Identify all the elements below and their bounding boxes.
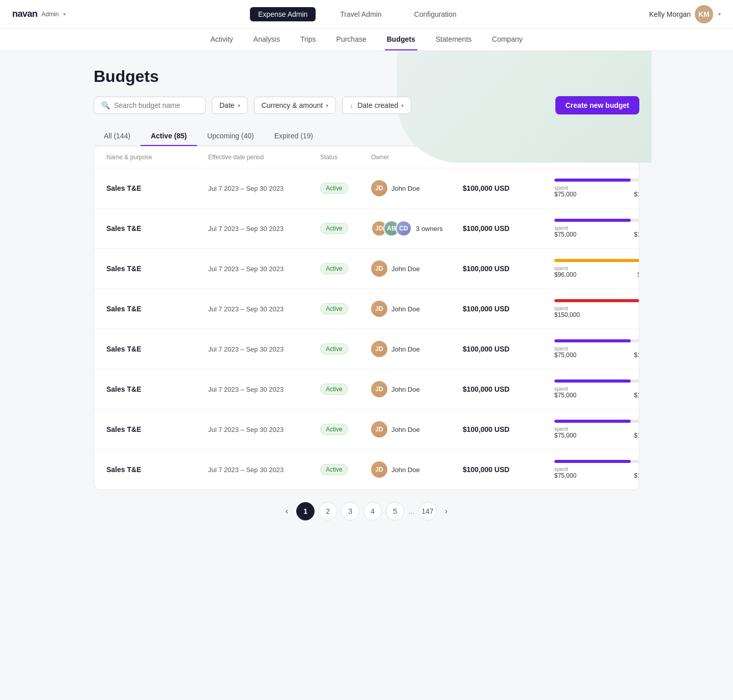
status-badge: Active [320,424,348,435]
search-input[interactable] [114,101,195,109]
progress-bar-fill [554,259,639,262]
chevron-down-icon: ▾ [238,103,240,108]
owner-name: John Doe [391,185,420,192]
spent-label: spent [554,466,576,472]
progress-bar-fill [554,420,631,423]
page-button-last[interactable]: 147 [418,502,437,520]
left-label: left [634,345,639,352]
status-cell: Active [320,223,371,234]
date-created-filter-button[interactable]: ↓ Date created ▾ [342,97,411,114]
progress-bar-bg [554,219,639,222]
avatar[interactable]: KM [695,5,713,23]
spent-label: spent [554,265,576,271]
progress-labels: spent $75,000 left $10,000 [554,345,639,359]
spent-value: $75,000 [554,352,576,359]
progress-labels: spent $75,000 left $10,000 [554,466,639,479]
admin-label: Admin [42,11,59,18]
nav-travel-admin[interactable]: Travel Admin [332,7,389,21]
sec-nav-purchase[interactable]: Purchase [334,29,369,50]
tab-all[interactable]: All (144) [94,127,140,146]
left-section: left $10,000 [634,345,639,359]
page-button-5[interactable]: 5 [386,502,404,520]
page-button-4[interactable]: 4 [363,502,382,520]
owner-avatars-stack: JD AB CD [371,220,412,237]
spent-section: spent $75,000 [554,426,576,439]
avatar: JD [371,381,387,397]
nav-configuration[interactable]: Configuration [406,7,465,21]
top-nav-center: Expense Admin Travel Admin Configuration [250,7,465,21]
progress-cell: spent $75,000 left $10,000 [554,339,639,359]
owner-cell: JD John Doe [371,301,463,317]
budget-amount: $100,000 USD [463,345,554,353]
spent-value: $75,000 [554,191,576,198]
owner-name: John Doe [391,265,420,273]
nav-expense-admin[interactable]: Expense Admin [250,7,316,21]
left-section: left $10,000 [634,426,639,439]
next-page-button[interactable]: › [441,505,452,518]
budget-table: Name & purpose Effective date period Sta… [94,146,639,490]
chevron-down-icon[interactable]: ▾ [63,11,66,17]
sec-nav-activity[interactable]: Activity [209,29,235,50]
progress-bar-bg [554,299,639,302]
progress-bar-bg [554,339,639,342]
user-area: Kelly Morgan KM ▾ [649,5,721,23]
sec-nav-budgets[interactable]: Budgets [385,29,417,50]
sec-nav-analysis[interactable]: Analysis [251,29,282,50]
spent-value: $96,000 [554,271,576,278]
spent-label: spent [554,345,576,352]
logo-area: navan Admin ▾ [12,9,66,19]
left-label: left [637,265,639,271]
currency-filter-button[interactable]: Currency & amount ▾ [254,97,336,114]
page-button-1[interactable]: 1 [296,502,315,520]
status-cell: Active [320,303,371,314]
sec-nav-trips[interactable]: Trips [298,29,318,50]
owner-cell: JD John Doe [371,260,463,277]
owner-cell: JD John Doe [371,461,463,478]
page-button-2[interactable]: 2 [319,502,337,520]
spent-section: spent $75,000 [554,386,576,399]
user-chevron-icon[interactable]: ▾ [718,11,721,17]
status-cell: Active [320,183,371,194]
page-header-area: Budgets 🔍 Date ▾ Currency & amount ▾ ↓ D… [94,67,639,114]
left-value: $10,000 [634,392,639,399]
budget-name: Sales T&E [106,425,208,433]
budget-amount: $100,000 USD [463,265,554,273]
status-badge: Active [320,343,348,355]
sec-nav-company[interactable]: Company [490,29,525,50]
avatar: JD [371,461,387,478]
prev-page-button[interactable]: ‹ [281,505,292,518]
owner-name: John Doe [391,345,420,353]
progress-bar-bg [554,420,639,423]
status-badge: Active [320,384,348,395]
avatar: JD [371,341,387,357]
tab-active[interactable]: Active (85) [140,127,197,146]
tab-upcoming[interactable]: Upcoming (40) [197,127,264,146]
status-badge: Active [320,223,348,234]
page-button-3[interactable]: 3 [341,502,359,520]
budget-name: Sales T&E [106,345,208,353]
progress-cell: spent $150,000 left $0 [554,299,639,318]
progress-bar-fill [554,339,631,342]
left-value: $4,000 [637,271,639,278]
left-value: $10,000 [634,352,639,359]
sort-icon: ↓ [350,101,353,109]
search-box[interactable]: 🔍 [94,97,206,114]
date-filter-button[interactable]: Date ▾ [212,97,248,114]
avatar: JD [371,260,387,277]
progress-bar-fill [554,219,631,222]
budget-amount: $100,000 USD [463,425,554,433]
budget-name: Sales T&E [106,385,208,393]
budget-name: Sales T&E [106,465,208,474]
tab-expired[interactable]: Expired (19) [264,127,323,146]
page-title: Budgets [94,67,639,86]
date-range: Jul 7 2023 – Sep 30 2023 [208,305,320,313]
progress-bar-fill [554,299,639,302]
spent-label: spent [554,185,576,191]
date-range: Jul 7 2023 – Sep 30 2023 [208,345,320,353]
status-cell: Active [320,424,371,435]
spent-value: $75,000 [554,432,576,439]
date-range: Jul 7 2023 – Sep 30 2023 [208,426,320,433]
sec-nav-statements[interactable]: Statements [434,29,474,50]
spent-value: $150,000 [554,311,580,318]
create-budget-button[interactable]: Create new budget [555,96,639,114]
